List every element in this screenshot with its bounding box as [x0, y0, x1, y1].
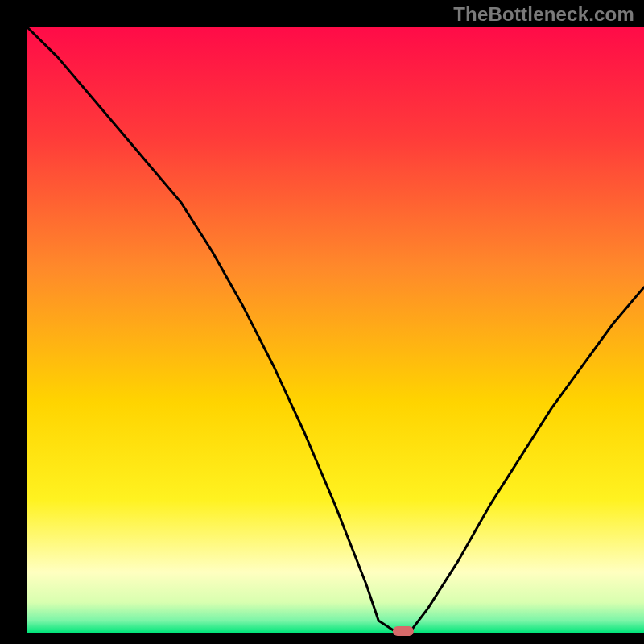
bottleneck-chart — [0, 0, 644, 644]
chart-container: TheBottleneck.com — [0, 0, 644, 644]
optimal-marker — [393, 626, 414, 636]
watermark-label: TheBottleneck.com — [453, 3, 634, 26]
plot-background — [27, 27, 644, 633]
